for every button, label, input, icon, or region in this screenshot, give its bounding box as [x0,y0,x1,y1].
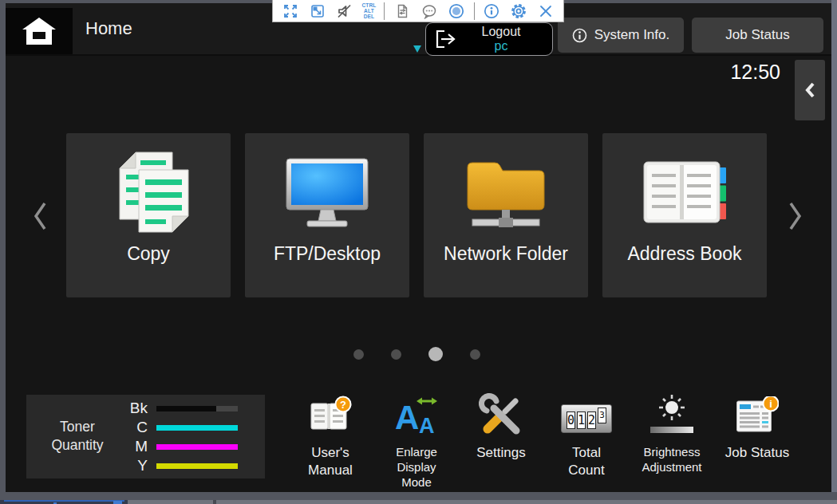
home-button[interactable] [6,8,73,54]
tile-copy[interactable]: Copy [66,133,231,297]
close-icon[interactable] [536,2,555,21]
svg-text:A: A [395,399,419,436]
info-icon [572,28,587,43]
copy-documents-icon [107,149,190,238]
carousel-pagination [353,347,480,361]
counter-digit: 1 [577,411,586,429]
carousel-left-icon [31,200,49,232]
counter-digit: 0 [567,411,575,429]
network-folder-icon [463,157,549,230]
settings-tools-icon [479,393,523,438]
window-border [831,0,837,492]
shortcut-label: Brightness Adjustment [630,444,713,474]
toner-label: M [114,438,148,455]
page-title: Home [85,3,132,54]
panel-collapse-icon [804,81,815,99]
tile-ftp-desktop[interactable]: FTP/Desktop [245,133,409,297]
question-badge: ? [340,399,346,411]
tile-label: Address Book [602,243,767,265]
clock: 12:50 [730,61,780,84]
tile-network-folder[interactable]: Network Folder [424,133,588,297]
background-window-accent [4,500,124,502]
toner-label: Y [114,457,148,474]
shortcut-label: Total Count [559,444,614,479]
toolbar-divider [384,2,385,20]
viewer-toolbar: CTRL ALT DEL [272,0,564,22]
tile-label: Network Folder [424,243,588,265]
brightness-icon [649,395,695,436]
toner-bar-bk [156,406,216,411]
mfp-screen: Home Logout pc System Info. [6,3,831,492]
background-window-divider [213,500,216,504]
shortcut-label: Enlarge Display Mode [385,444,448,490]
shortcut-label: Job Status [709,444,805,462]
shortcut-label: User's Manual [298,444,363,479]
logout-button[interactable]: Logout pc [425,22,553,56]
window-drag-icon[interactable] [308,2,327,21]
tile-label: FTP/Desktop [245,243,409,265]
toner-label: C [114,419,148,436]
ctrl-alt-del-button[interactable]: CTRL ALT DEL [361,2,376,19]
counter-digit: 2 [587,411,596,429]
toner-title: Toner Quantity [41,418,114,455]
gear-icon[interactable] [509,2,528,21]
info-badge: i [769,398,772,410]
enlarge-display-icon: A A [394,395,439,436]
toner-quantity-panel: Toner Quantity Bk C M Y [26,395,265,478]
record-icon[interactable] [447,2,466,21]
logout-label: Logout [458,25,544,39]
remote-viewer-window: Home Logout pc System Info. [0,0,837,504]
toner-label: Bk [114,400,148,417]
info-icon[interactable] [482,2,501,21]
total-count-icon: 0 1 2 3 [561,404,612,433]
toner-bar-y [156,463,238,469]
page-dot-1[interactable] [353,349,364,360]
logout-user: pc [458,39,544,53]
chat-icon[interactable] [420,2,439,21]
desktop-monitor-icon [285,157,369,230]
tile-label: Copy [66,243,231,265]
toolbar-handle-icon[interactable] [413,45,421,53]
logout-icon [434,29,458,49]
system-info-label: System Info. [594,27,669,43]
side-panel-collapse-tab[interactable] [795,60,825,120]
shortcut-job-status[interactable]: i Job Status [705,392,809,462]
page-dot-3[interactable] [428,347,443,361]
toner-row-bk: Bk [114,402,260,415]
toner-bar-c [156,425,238,431]
toner-row-m: M [114,440,260,453]
counter-digit: 3 [598,408,606,423]
home-icon [21,16,57,46]
page-dot-2[interactable] [391,349,401,360]
users-manual-icon: ? [308,396,353,435]
job-status-label: Job Status [725,27,789,43]
tile-address-book[interactable]: Address Book [602,133,767,297]
toner-bar-m [156,444,238,450]
job-status-button[interactable]: Job Status [692,18,823,53]
page-dot-4[interactable] [470,349,480,360]
svg-text:A: A [419,414,435,436]
audio-muted-icon[interactable] [335,2,354,21]
carousel-right-icon [787,200,804,232]
toner-row-c: C [114,421,260,434]
carousel-right-button[interactable] [785,199,806,234]
fullscreen-icon[interactable] [281,2,300,21]
carousel-left-button[interactable] [30,199,50,234]
clipboard-icon[interactable] [393,2,412,21]
system-info-button[interactable]: System Info. [558,18,684,53]
background-window-accent [113,501,122,504]
toner-row-y: Y [114,459,260,472]
toolbar-divider [474,2,475,20]
job-status-doc-icon: i [736,396,779,435]
address-book-icon [641,158,728,230]
